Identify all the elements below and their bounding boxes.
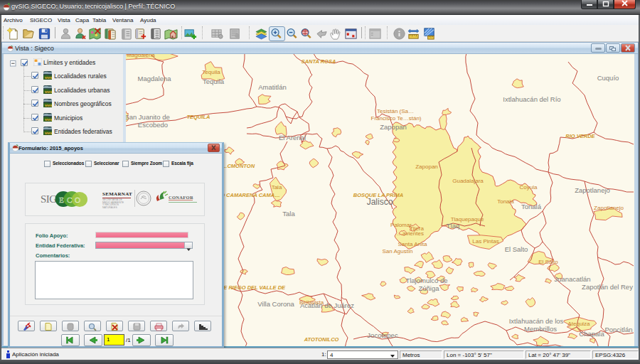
svg-text:Tlaquepaque: Tlaquepaque [451,216,484,223]
svg-text:SANTA ROSA: SANTA ROSA [302,58,336,65]
svg-text:WMS: WMS [45,90,52,94]
svg-text:Juanacatlán: Juanacatlán [554,275,590,283]
svg-text:Tesistán (Sa…: Tesistán (Sa… [377,108,414,114]
svg-text:Ixtlahuacán del Río: Ixtlahuacán del Río [503,95,560,103]
svg-text:WMS: WMS [45,132,52,135]
svg-text:Chapala: Chapala [579,330,604,338]
svg-text:…CMONTON: …CMONTON [222,163,255,169]
svg-text:WMS: WMS [45,76,52,80]
svg-text:Bellavista: Bellavista [299,299,324,306]
svg-text:Zapopan: Zapopan [415,164,438,170]
svg-text:Zapopan: Zapopan [380,123,407,131]
svg-text:Tequila: Tequila [202,69,220,75]
svg-text:El Salto: El Salto [538,259,558,265]
svg-text:Magdalena: Magdalena [137,75,171,82]
svg-text:E: E [59,196,64,204]
svg-text:Las Pintas: Las Pintas [472,238,498,245]
svg-text:WMS: WMS [45,118,52,122]
svg-text:Palomar: Palomar [390,222,412,228]
svg-text:San Agustín: San Agustín [382,248,412,255]
svg-text:Atequiza: Atequiza [567,321,590,327]
svg-text:El Salto: El Salto [505,245,528,253]
svg-text:Zapotlanejo: Zapotlanejo [575,186,610,194]
svg-text:Membrillos: Membrillos [524,325,557,333]
svg-text:Cuquío: Cuquío [597,74,619,82]
svg-text:GO CAMARENA CAMA…: GO CAMARENA CAMA… [216,192,279,198]
svg-text:Ixtlahuacán de los: Ixtlahuacán de los [509,317,564,325]
svg-text:Tonalá: Tonalá [521,203,542,210]
svg-text:Villa Corona: Villa Corona [257,300,294,308]
svg-text:WMS: WMS [45,104,52,107]
svg-text:Amatitlán: Amatitlán [258,83,287,91]
svg-text:Zapotlán del Rey: Zapotlán del Rey [582,283,633,291]
svg-text:Magdalena: Magdalena [127,54,155,58]
svg-text:Poncitlán: Poncitlán [604,326,632,333]
svg-text:San Juanito de: San Juanito de [126,113,170,121]
svg-text:Tlajomulco de: Tlajomulco de [405,277,447,284]
svg-text:Guadalajara: Guadalajara [452,178,484,184]
svg-text:Tequila: Tequila [203,77,225,85]
svg-text:Coyula: Coyula [520,184,538,191]
svg-text:O: O [75,196,80,204]
svg-text:C: C [67,196,72,204]
svg-text:Jocotepec: Jocotepec [367,331,398,339]
svg-text:Francisco Te…stán): Francisco Te…stán) [371,115,422,122]
svg-text:DE RIEGO DEL VALLE DE: DE RIEGO DEL VALLE DE [220,284,286,291]
svg-text:TEQUILA: TEQUILA [187,114,210,120]
svg-text:Tala: Tala [272,184,282,191]
svg-text:Tlaq: Tlaq [447,222,459,230]
svg-text:RIO VERDE: RIO VERDE [565,133,595,139]
svg-text:ATOTONILCO: ATOTONILCO [304,336,339,343]
svg-text:…avientes: …avientes [397,230,424,237]
svg-text:Tala: Tala [282,210,295,218]
svg-text:Zapotlanejo: Zapotlanejo [594,205,624,211]
svg-text:El Arenal: El Arenal [279,134,306,141]
svg-text:Escobedo: Escobedo [138,121,168,129]
svg-text:Zúñiga: Zúñiga [418,284,439,292]
svg-text:Jalisco: Jalisco [367,197,393,207]
svg-text:Santa Anita: Santa Anita [398,241,427,247]
svg-text:Tonalá: Tonalá [497,198,514,205]
svg-text:BOSQUE LA PRIMA: BOSQUE LA PRIMA [353,192,404,198]
